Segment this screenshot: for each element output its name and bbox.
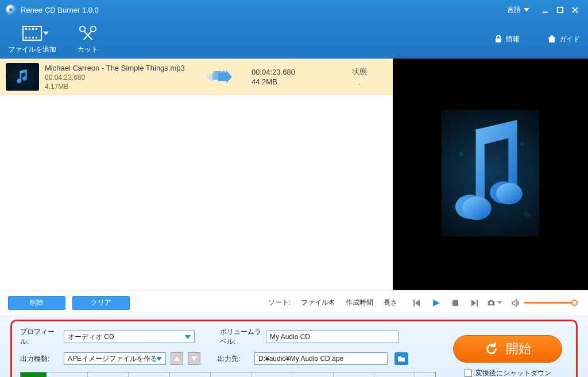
timeline-used	[21, 372, 47, 377]
add-file-label: ファイルを追加	[8, 45, 56, 55]
film-icon	[22, 26, 42, 41]
camera-icon	[487, 298, 496, 308]
output-type-label: 出力種類:	[20, 354, 59, 364]
shutdown-checkbox[interactable]: 変換後にシャットダウン	[465, 368, 551, 377]
file-out-duration: 00:04:23.680	[252, 68, 326, 76]
play-button[interactable]	[428, 296, 443, 310]
svg-point-15	[524, 211, 529, 217]
preview-panel	[393, 59, 588, 290]
timeline-tick	[374, 372, 374, 377]
main-toolbar: ファイルを追加 カット 情報 ガイド	[0, 20, 588, 59]
timeline-tick	[333, 372, 334, 377]
output-dest-input[interactable]: D:¥audio¥My Audio CD.ape	[254, 352, 388, 365]
file-src-size: 4.17MB	[45, 83, 188, 91]
file-out-size: 44.2MB	[252, 77, 326, 86]
timeline-tick	[128, 372, 129, 377]
timeline-tick	[251, 372, 252, 377]
volume-label-input[interactable]: My Audio CD	[266, 331, 399, 343]
guide-label: ガイド	[559, 34, 580, 44]
settings-panel: プロフィール: オーディオ CD ボリュームラベル: My Audio CD 出…	[0, 315, 588, 377]
move-down-button[interactable]	[188, 352, 200, 365]
checkbox-box	[465, 370, 472, 377]
next-button[interactable]	[467, 296, 482, 310]
profile-value: オーディオ CD	[68, 332, 114, 342]
sort-by-length[interactable]: 長さ	[384, 298, 397, 308]
home-icon	[547, 34, 556, 44]
lock-icon	[494, 34, 503, 44]
stop-button[interactable]	[448, 296, 463, 310]
output-dest-label: 出力先:	[218, 354, 250, 364]
speaker-icon	[511, 298, 520, 308]
snapshot-button[interactable]	[487, 296, 502, 310]
prev-button[interactable]	[409, 296, 424, 310]
output-type-value: APEイメージファイルを作る	[68, 354, 157, 364]
volume-label-label: ボリュームラベル:	[220, 327, 261, 347]
volume-label-value: My Audio CD	[270, 333, 310, 341]
scissors-icon	[77, 24, 99, 43]
cut-label: カット	[78, 45, 98, 55]
svg-point-13	[520, 142, 524, 146]
svg-point-12	[459, 151, 463, 156]
delete-button[interactable]: 削除	[8, 296, 65, 310]
music-note-icon	[14, 69, 30, 85]
svg-rect-10	[212, 73, 214, 81]
svg-rect-9	[209, 74, 211, 80]
app-logo-icon	[6, 5, 16, 15]
chevron-down-icon	[156, 357, 162, 361]
add-file-button[interactable]: ファイルを追加	[8, 24, 56, 55]
shutdown-label: 変換後にシャットダウン	[475, 368, 551, 377]
volume-slider[interactable]	[524, 302, 575, 304]
folder-icon	[397, 355, 405, 362]
timeline-tick	[210, 372, 211, 377]
minimize-button[interactable]	[537, 2, 552, 17]
start-button[interactable]: 開始	[453, 335, 562, 363]
language-label: 言語	[507, 5, 521, 15]
timeline-tick	[415, 372, 415, 377]
volume-control[interactable]	[511, 298, 575, 308]
media-controls	[404, 296, 580, 310]
profile-label: プロフィール:	[20, 327, 59, 347]
file-list: Michael Carreon - The Simple Things.mp3 …	[0, 59, 393, 290]
convert-arrow-icon	[194, 70, 246, 84]
browse-folder-button[interactable]	[394, 352, 408, 365]
info-button[interactable]: 情報	[494, 34, 520, 44]
status-header: 状態	[332, 67, 387, 77]
language-dropdown[interactable]: 言語	[507, 5, 529, 15]
file-thumbnail	[6, 63, 39, 91]
move-up-button[interactable]	[171, 352, 183, 365]
disc-capacity-timeline: 8Min16Min24Min32Min40Min48Min56Min64Min7…	[20, 372, 436, 377]
output-type-dropdown[interactable]: APEイメージファイルを作る	[64, 352, 166, 365]
file-item[interactable]: Michael Carreon - The Simple Things.mp3 …	[0, 59, 393, 95]
start-label: 開始	[506, 340, 531, 357]
svg-point-5	[91, 26, 96, 32]
titlebar: Renee CD Burner 1.0.0 言語	[0, 0, 588, 20]
chevron-down-icon	[185, 335, 191, 339]
timeline-tick	[292, 372, 292, 377]
svg-point-17	[496, 182, 523, 204]
svg-point-16	[462, 196, 492, 220]
chevron-down-icon	[524, 8, 529, 11]
main-content: Michael Carreon - The Simple Things.mp3 …	[0, 59, 588, 290]
info-label: 情報	[506, 34, 520, 44]
refresh-icon	[484, 341, 499, 356]
sort-by-filename[interactable]: ファイル名	[301, 298, 335, 308]
app-title: Renee CD Burner 1.0.0	[21, 6, 99, 14]
guide-button[interactable]: ガイド	[547, 34, 580, 44]
list-controls: 削除 クリア ソート: ファイル名 作成時間 長さ	[0, 290, 588, 315]
file-name: Michael Carreon - The Simple Things.mp3	[45, 64, 188, 72]
profile-dropdown[interactable]: オーディオ CD	[64, 331, 195, 343]
sort-label: ソート:	[268, 298, 291, 308]
file-src-duration: 00:04:23.680	[45, 73, 188, 81]
sort-by-created[interactable]: 作成時間	[346, 298, 373, 308]
maximize-button[interactable]	[552, 2, 567, 17]
svg-rect-18	[452, 300, 458, 306]
chevron-down-icon	[497, 301, 502, 304]
svg-rect-8	[206, 75, 208, 79]
clear-button[interactable]: クリア	[72, 296, 130, 310]
cut-button[interactable]: カット	[77, 24, 99, 55]
sort-controls: ソート: ファイル名 作成時間 長さ	[268, 298, 397, 308]
close-button[interactable]	[567, 2, 582, 17]
output-dest-value: D:¥audio¥My Audio CD.ape	[258, 355, 343, 363]
preview-music-icon	[442, 110, 539, 239]
timeline-tick	[169, 372, 170, 377]
